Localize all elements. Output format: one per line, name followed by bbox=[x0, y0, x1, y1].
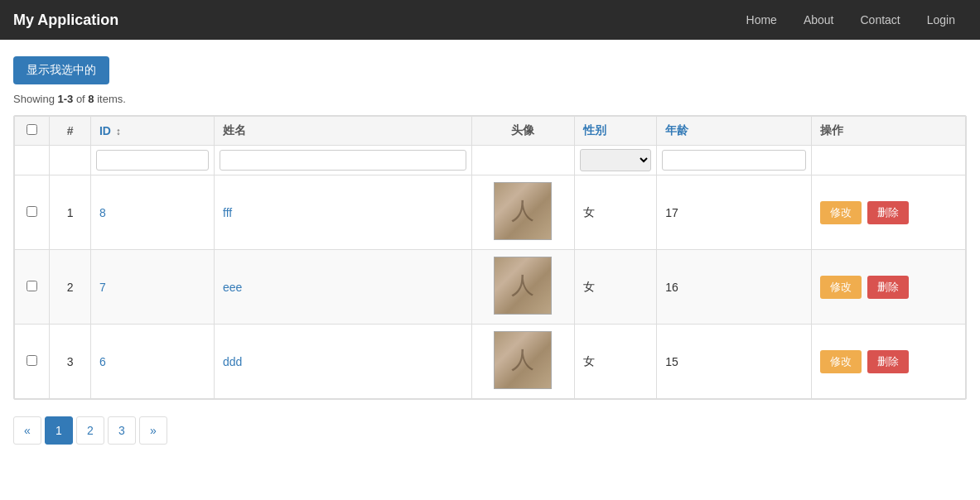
pagination-page-3[interactable]: 3 bbox=[108, 416, 136, 445]
filter-action-cell bbox=[811, 146, 965, 175]
row-checkbox-2[interactable] bbox=[27, 355, 37, 366]
showing-range: 1-3 bbox=[57, 93, 73, 105]
row-checkbox-1[interactable] bbox=[27, 281, 37, 291]
header-avatar-col: 头像 bbox=[471, 117, 574, 146]
filter-checkbox-cell bbox=[15, 146, 50, 175]
row-id-link[interactable]: 6 bbox=[99, 355, 106, 368]
edit-button-2[interactable]: 修改 bbox=[820, 350, 862, 373]
filter-age-cell bbox=[657, 146, 811, 175]
pagination-page-2[interactable]: 2 bbox=[76, 416, 104, 445]
header-gender-col[interactable]: 性别 bbox=[574, 117, 656, 146]
showing-info: Showing 1-3 of 8 items. bbox=[13, 93, 967, 105]
show-selected-button[interactable]: 显示我选中的 bbox=[13, 56, 109, 84]
navbar: My Application Home About Contact Login bbox=[0, 0, 980, 40]
filter-id-input[interactable] bbox=[96, 150, 209, 171]
header-checkbox-col bbox=[15, 117, 50, 146]
header-name-col: 姓名 bbox=[215, 117, 472, 146]
showing-prefix: Showing bbox=[13, 93, 57, 105]
row-num-cell: 2 bbox=[50, 250, 91, 325]
row-id-link[interactable]: 8 bbox=[99, 206, 106, 219]
row-checkbox-cell bbox=[15, 175, 50, 250]
main-content: 显示我选中的 Showing 1-3 of 8 items. # ID ↕ 姓名 bbox=[0, 40, 980, 461]
table-row: 2 7 eee 女 16 修改 删除 bbox=[15, 250, 966, 325]
row-action-cell: 修改 删除 bbox=[811, 250, 965, 325]
row-avatar-image bbox=[494, 182, 552, 240]
filter-id-cell bbox=[90, 146, 214, 175]
table-row: 3 6 ddd 女 15 修改 删除 bbox=[15, 325, 966, 399]
row-name-cell: fff bbox=[215, 175, 472, 250]
nav-about[interactable]: About bbox=[792, 8, 846, 31]
filter-row: 男 女 bbox=[15, 146, 966, 175]
delete-button-0[interactable]: 删除 bbox=[867, 201, 909, 224]
showing-total: 8 bbox=[88, 93, 94, 105]
row-age-cell: 16 bbox=[657, 250, 811, 325]
row-num-cell: 3 bbox=[50, 325, 91, 399]
row-checkbox-0[interactable] bbox=[27, 206, 37, 217]
row-avatar-cell bbox=[471, 250, 574, 325]
edit-button-1[interactable]: 修改 bbox=[820, 276, 862, 299]
row-id-cell: 7 bbox=[90, 250, 214, 325]
id-sort-icon: ↕ bbox=[116, 126, 121, 137]
row-avatar-cell bbox=[471, 325, 574, 399]
row-action-cell: 修改 删除 bbox=[811, 325, 965, 399]
app-brand: My Application bbox=[13, 12, 118, 29]
pagination: « 1 2 3 » bbox=[13, 416, 967, 445]
nav-contact[interactable]: Contact bbox=[848, 8, 911, 31]
row-checkbox-cell bbox=[15, 325, 50, 399]
table-header-row: # ID ↕ 姓名 头像 性别 年龄 bbox=[15, 117, 966, 146]
row-name-cell: ddd bbox=[215, 325, 472, 399]
row-id-cell: 6 bbox=[90, 325, 214, 399]
row-id-link[interactable]: 7 bbox=[99, 281, 106, 294]
row-avatar-image bbox=[494, 257, 552, 315]
row-checkbox-cell bbox=[15, 250, 50, 325]
row-name-link[interactable]: ddd bbox=[223, 355, 242, 368]
table-body: 1 8 fff 女 17 修改 删除 2 7 bbox=[15, 175, 966, 399]
data-table: # ID ↕ 姓名 头像 性别 年龄 bbox=[14, 116, 966, 399]
table-row: 1 8 fff 女 17 修改 删除 bbox=[15, 175, 966, 250]
header-age-col[interactable]: 年龄 bbox=[657, 117, 811, 146]
filter-gender-select[interactable]: 男 女 bbox=[580, 149, 651, 171]
header-action-col: 操作 bbox=[811, 117, 965, 146]
row-gender-cell: 女 bbox=[574, 250, 656, 325]
pagination-next[interactable]: » bbox=[139, 416, 167, 445]
nav-login[interactable]: Login bbox=[915, 8, 967, 31]
row-id-cell: 8 bbox=[90, 175, 214, 250]
filter-name-cell bbox=[215, 146, 472, 175]
row-avatar-image bbox=[494, 331, 552, 389]
edit-button-0[interactable]: 修改 bbox=[820, 201, 862, 224]
filter-age-input[interactable] bbox=[662, 150, 805, 171]
pagination-page-1[interactable]: 1 bbox=[45, 416, 73, 445]
row-age-cell: 17 bbox=[657, 175, 811, 250]
row-name-link[interactable]: eee bbox=[223, 281, 242, 294]
row-num-cell: 1 bbox=[50, 175, 91, 250]
filter-num-cell bbox=[50, 146, 91, 175]
row-action-cell: 修改 删除 bbox=[811, 175, 965, 250]
pagination-prev[interactable]: « bbox=[13, 416, 41, 445]
nav-links: Home About Contact Login bbox=[735, 8, 967, 31]
header-id-col[interactable]: ID ↕ bbox=[90, 117, 214, 146]
delete-button-1[interactable]: 删除 bbox=[867, 276, 909, 299]
table-wrapper: # ID ↕ 姓名 头像 性别 年龄 bbox=[13, 115, 967, 400]
nav-home[interactable]: Home bbox=[735, 8, 789, 31]
row-name-cell: eee bbox=[215, 250, 472, 325]
filter-name-input[interactable] bbox=[220, 150, 466, 171]
showing-of: of bbox=[73, 93, 88, 105]
showing-suffix: items. bbox=[94, 93, 126, 105]
header-num-col: # bbox=[50, 117, 91, 146]
row-gender-cell: 女 bbox=[574, 325, 656, 399]
select-all-checkbox[interactable] bbox=[27, 124, 37, 135]
delete-button-2[interactable]: 删除 bbox=[867, 350, 909, 373]
row-gender-cell: 女 bbox=[574, 175, 656, 250]
row-avatar-cell bbox=[471, 175, 574, 250]
row-age-cell: 15 bbox=[657, 325, 811, 399]
filter-gender-cell: 男 女 bbox=[574, 146, 656, 175]
row-name-link[interactable]: fff bbox=[223, 206, 232, 219]
filter-avatar-cell bbox=[471, 146, 574, 175]
